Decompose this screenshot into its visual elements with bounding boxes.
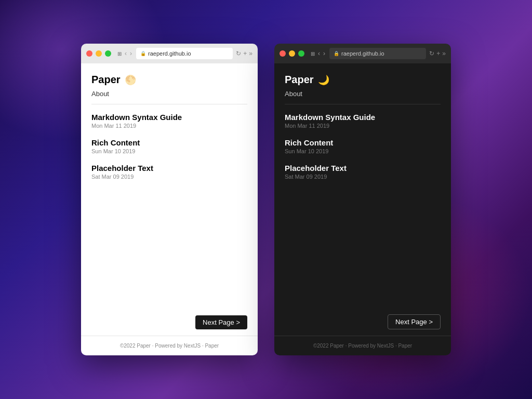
close-button[interactable]: [86, 50, 92, 57]
sidebar-toggle-icon[interactable]: ⊞: [309, 49, 317, 58]
pagination: Next Page >: [91, 309, 247, 336]
page-footer: ©2022 Paper · Powered by NextJS · Paper: [81, 336, 258, 355]
post-title[interactable]: Rich Content: [91, 138, 247, 147]
minimize-button[interactable]: [96, 50, 102, 57]
post-list: Markdown Syntax GuideMon Mar 11 2019Rich…: [285, 113, 441, 308]
close-button[interactable]: [280, 50, 286, 57]
next-page-button[interactable]: Next Page >: [388, 314, 441, 329]
post-date: Sun Mar 10 2019: [91, 148, 247, 154]
lock-icon: 🔒: [334, 51, 339, 56]
theme-toggle-icon[interactable]: 🌙: [318, 74, 329, 86]
reload-icon[interactable]: ↻: [429, 50, 434, 57]
traffic-lights: [280, 50, 304, 57]
page-inner: Paper🌙AboutMarkdown Syntax GuideMon Mar …: [274, 63, 451, 336]
forward-arrow-icon[interactable]: ›: [129, 50, 133, 57]
more-icon[interactable]: »: [442, 50, 446, 57]
page-inner: Paper🌕AboutMarkdown Syntax GuideMon Mar …: [81, 63, 258, 336]
post-title[interactable]: Rich Content: [285, 138, 441, 147]
sidebar-toggle-icon[interactable]: ⊞: [115, 49, 124, 58]
back-arrow-icon[interactable]: ‹: [124, 50, 128, 57]
list-item: Placeholder TextSat Mar 09 2019: [285, 164, 441, 180]
post-title[interactable]: Markdown Syntax Guide: [285, 113, 441, 122]
nav-about-link[interactable]: About: [285, 90, 441, 98]
page-footer: ©2022 Paper · Powered by NextJS · Paper: [274, 336, 451, 355]
lock-icon: 🔒: [140, 51, 146, 56]
toolbar-right: ↻+»: [236, 50, 252, 57]
address-bar[interactable]: 🔒raeperd.github.io: [136, 48, 233, 59]
post-date: Sat Mar 09 2019: [285, 174, 441, 180]
minimize-button[interactable]: [289, 50, 295, 57]
theme-toggle-icon[interactable]: 🌕: [125, 74, 136, 86]
nav-about-link[interactable]: About: [91, 90, 247, 98]
post-date: Sat Mar 09 2019: [91, 174, 247, 180]
list-item: Markdown Syntax GuideMon Mar 11 2019: [91, 113, 247, 129]
new-tab-icon[interactable]: +: [243, 50, 247, 57]
back-arrow-icon[interactable]: ‹: [317, 50, 321, 57]
traffic-lights: [86, 50, 111, 57]
new-tab-icon[interactable]: +: [436, 50, 440, 57]
browser-window-light: ⊞‹›🔒raeperd.github.io↻+»Paper🌕AboutMarkd…: [81, 44, 258, 355]
page-content: Paper🌕AboutMarkdown Syntax GuideMon Mar …: [81, 63, 258, 336]
address-bar[interactable]: 🔒raeperd.github.io: [329, 48, 426, 59]
maximize-button[interactable]: [105, 50, 111, 57]
navigation-arrows: ‹›: [124, 50, 133, 57]
toolbar-right: ↻+»: [429, 50, 446, 57]
page-content: Paper🌙AboutMarkdown Syntax GuideMon Mar …: [274, 63, 451, 336]
post-date: Mon Mar 11 2019: [285, 123, 441, 129]
title-bar: ⊞‹›🔒raeperd.github.io↻+»: [274, 44, 451, 63]
section-divider: [285, 104, 441, 104]
title-bar: ⊞‹›🔒raeperd.github.io↻+»: [81, 44, 258, 63]
list-item: Rich ContentSun Mar 10 2019: [91, 138, 247, 154]
next-page-button[interactable]: Next Page >: [195, 315, 247, 329]
maximize-button[interactable]: [298, 50, 304, 57]
post-title[interactable]: Placeholder Text: [285, 164, 441, 172]
reload-icon[interactable]: ↻: [236, 50, 241, 57]
post-title[interactable]: Markdown Syntax Guide: [91, 113, 247, 122]
site-title[interactable]: Paper: [91, 74, 121, 86]
list-item: Placeholder TextSat Mar 09 2019: [91, 164, 247, 180]
section-divider: [91, 104, 247, 104]
post-list: Markdown Syntax GuideMon Mar 11 2019Rich…: [91, 113, 247, 309]
list-item: Markdown Syntax GuideMon Mar 11 2019: [285, 113, 441, 129]
more-icon[interactable]: »: [249, 50, 252, 57]
navigation-arrows: ‹›: [317, 50, 326, 57]
browser-window-dark: ⊞‹›🔒raeperd.github.io↻+»Paper🌙AboutMarkd…: [274, 44, 451, 355]
post-date: Mon Mar 11 2019: [91, 123, 247, 129]
url-text: raeperd.github.io: [148, 50, 191, 57]
forward-arrow-icon[interactable]: ›: [322, 50, 326, 57]
site-header: Paper🌙: [285, 74, 441, 86]
list-item: Rich ContentSun Mar 10 2019: [285, 138, 441, 154]
post-date: Sun Mar 10 2019: [285, 148, 441, 154]
site-title[interactable]: Paper: [285, 74, 314, 86]
site-header: Paper🌕: [91, 74, 247, 86]
pagination: Next Page >: [285, 308, 441, 336]
url-text: raeperd.github.io: [341, 50, 384, 57]
post-title[interactable]: Placeholder Text: [91, 164, 247, 172]
